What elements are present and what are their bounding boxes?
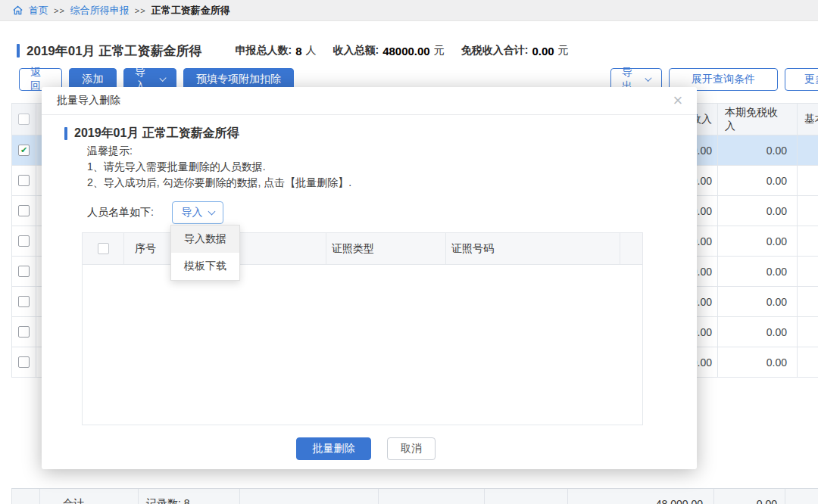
column-header-cert-no: 证照号码 bbox=[446, 233, 620, 264]
modal-header: 批量导入删除 bbox=[42, 87, 697, 115]
menu-item-import-data[interactable]: 导入数据 bbox=[171, 226, 239, 253]
row-checkbox[interactable] bbox=[18, 296, 30, 307]
stat-taxfree-income: 免税收入合计: 0.00 元 bbox=[461, 44, 569, 58]
tips-line-1: 1、请先导入需要批量删除的人员数据. bbox=[87, 159, 351, 175]
chevron-down-icon bbox=[159, 74, 167, 82]
record-count: 记录数: 8 bbox=[139, 489, 240, 504]
column-header-basic: 基本 bbox=[798, 104, 818, 135]
row-checkbox[interactable] bbox=[18, 175, 30, 186]
chevron-down-icon bbox=[645, 74, 651, 81]
column-header-taxfree: 本期免税收入 bbox=[718, 104, 798, 135]
stat-total-income: 收入总额: 48000.00 元 bbox=[333, 44, 444, 58]
close-icon[interactable] bbox=[670, 92, 686, 109]
breadcrumb-separator: >> bbox=[135, 6, 146, 15]
breadcrumb-separator: >> bbox=[54, 6, 65, 15]
modal-title: 批量导入删除 bbox=[57, 94, 120, 107]
tips-block: 温馨提示: 1、请先导入需要批量删除的人员数据. 2、导入成功后, 勾选你要删除… bbox=[87, 143, 351, 191]
row-checkbox[interactable] bbox=[18, 356, 30, 368]
home-icon[interactable] bbox=[12, 5, 23, 16]
column-header-seq: 序号 bbox=[124, 233, 171, 264]
person-list-label: 人员名单如下: bbox=[87, 201, 154, 224]
more-button[interactable]: 更多 bbox=[785, 68, 818, 91]
totals-label: 合计 bbox=[40, 489, 139, 504]
row-checkbox[interactable] bbox=[18, 235, 30, 247]
breadcrumb-link-home[interactable]: 首页 bbox=[29, 4, 48, 17]
row-checkbox[interactable] bbox=[18, 145, 30, 156]
modal-section-header: 2019年01月 正常工资薪金所得 bbox=[64, 126, 239, 142]
menu-item-template-download[interactable]: 模板下载 bbox=[171, 253, 239, 280]
batch-import-delete-modal: 批量导入删除 2019年01月 正常工资薪金所得 温馨提示: 1、请先导入需要批… bbox=[42, 87, 697, 469]
chevron-down-icon bbox=[208, 207, 215, 215]
cancel-button[interactable]: 取消 bbox=[387, 437, 436, 460]
modal-section-title: 2019年01月 正常工资薪金所得 bbox=[74, 126, 239, 142]
batch-delete-button[interactable]: 批量删除 bbox=[296, 437, 371, 460]
modal-table: 序号 证照类型 证照号码 bbox=[82, 232, 643, 425]
income-total: 48,000.00 bbox=[568, 489, 714, 504]
column-header-cert-type: 证照类型 bbox=[326, 233, 446, 264]
tips-line-2: 2、导入成功后, 勾选你要删除的数据, 点击【批量删除】. bbox=[87, 175, 351, 191]
row-checkbox[interactable] bbox=[18, 326, 30, 338]
import-dropdown-menu: 导入数据 模板下载 bbox=[170, 225, 240, 281]
select-all-checkbox[interactable] bbox=[18, 114, 30, 125]
row-checkbox[interactable] bbox=[18, 205, 30, 216]
modal-import-dropdown-button[interactable]: 导入 bbox=[172, 201, 223, 224]
tips-title: 温馨提示: bbox=[87, 143, 351, 159]
breadcrumb: 首页 >> 综合所得申报 >> 正常工资薪金所得 bbox=[0, 0, 818, 21]
title-accent-bar bbox=[17, 44, 20, 58]
row-checkbox[interactable] bbox=[18, 266, 30, 277]
modal-table-empty-body bbox=[82, 265, 643, 425]
page-header: 2019年01月 正常工资薪金所得 申报总人数: 8 人 收入总额: 48000… bbox=[17, 39, 585, 62]
stat-declared-persons: 申报总人数: 8 人 bbox=[235, 44, 316, 58]
page-title: 2019年01月 正常工资薪金所得 bbox=[27, 42, 201, 60]
table-totals-row: 合计 记录数: 8 48,000.00 0.00 bbox=[11, 488, 818, 504]
modal-select-all-checkbox[interactable] bbox=[98, 243, 109, 254]
modal-actions: 批量删除 取消 bbox=[42, 437, 697, 460]
taxfree-total: 0.00 bbox=[714, 489, 785, 504]
breadcrumb-current: 正常工资薪金所得 bbox=[151, 4, 230, 17]
modal-table-header: 序号 证照类型 证照号码 bbox=[82, 232, 643, 265]
section-accent-bar bbox=[64, 127, 67, 140]
breadcrumb-link-comprehensive-income[interactable]: 综合所得申报 bbox=[70, 4, 130, 17]
